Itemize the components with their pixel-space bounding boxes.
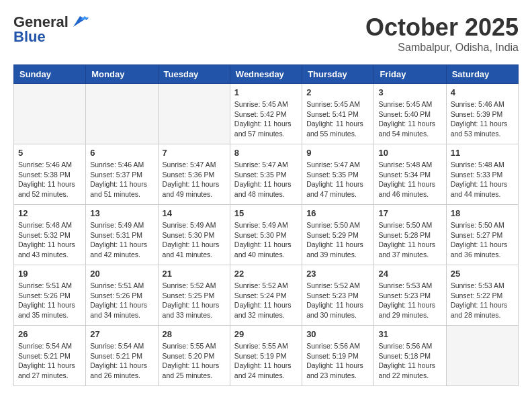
month-title: October 2025 bbox=[365, 13, 519, 42]
calendar-cell: 10Sunrise: 5:48 AMSunset: 5:34 PMDayligh… bbox=[374, 144, 446, 205]
weekday-header-thursday: Thursday bbox=[302, 65, 374, 84]
calendar-cell: 13Sunrise: 5:49 AMSunset: 5:31 PMDayligh… bbox=[86, 205, 158, 265]
calendar-cell: 8Sunrise: 5:47 AMSunset: 5:35 PMDaylight… bbox=[230, 144, 302, 205]
day-info: Sunrise: 5:45 AMSunset: 5:40 PMDaylight:… bbox=[378, 99, 441, 139]
day-number: 15 bbox=[234, 208, 298, 218]
day-number: 18 bbox=[451, 208, 514, 218]
day-number: 3 bbox=[378, 87, 441, 97]
day-number: 8 bbox=[234, 148, 298, 158]
calendar-cell: 2Sunrise: 5:45 AMSunset: 5:41 PMDaylight… bbox=[302, 84, 374, 144]
calendar-cell bbox=[14, 84, 86, 144]
day-number: 21 bbox=[163, 269, 226, 279]
day-number: 23 bbox=[306, 269, 369, 279]
day-number: 28 bbox=[163, 329, 226, 339]
day-number: 1 bbox=[234, 87, 298, 97]
day-info: Sunrise: 5:46 AMSunset: 5:39 PMDaylight:… bbox=[451, 99, 514, 139]
day-info: Sunrise: 5:53 AMSunset: 5:23 PMDaylight:… bbox=[378, 281, 441, 320]
weekday-header-friday: Friday bbox=[374, 65, 446, 84]
day-info: Sunrise: 5:49 AMSunset: 5:30 PMDaylight:… bbox=[163, 220, 226, 260]
day-info: Sunrise: 5:54 AMSunset: 5:21 PMDaylight:… bbox=[90, 341, 153, 381]
weekday-header-saturday: Saturday bbox=[446, 65, 518, 84]
day-info: Sunrise: 5:50 AMSunset: 5:28 PMDaylight:… bbox=[378, 220, 441, 260]
calendar-cell: 31Sunrise: 5:56 AMSunset: 5:18 PMDayligh… bbox=[374, 326, 446, 386]
calendar-cell: 17Sunrise: 5:50 AMSunset: 5:28 PMDayligh… bbox=[374, 205, 446, 265]
day-info: Sunrise: 5:56 AMSunset: 5:18 PMDaylight:… bbox=[378, 341, 441, 381]
day-info: Sunrise: 5:46 AMSunset: 5:38 PMDaylight:… bbox=[18, 160, 81, 199]
calendar-cell: 29Sunrise: 5:55 AMSunset: 5:19 PMDayligh… bbox=[230, 326, 302, 386]
day-info: Sunrise: 5:46 AMSunset: 5:37 PMDaylight:… bbox=[90, 160, 153, 199]
day-info: Sunrise: 5:52 AMSunset: 5:25 PMDaylight:… bbox=[163, 281, 226, 320]
day-number: 31 bbox=[378, 329, 441, 339]
calendar-cell: 14Sunrise: 5:49 AMSunset: 5:30 PMDayligh… bbox=[158, 205, 230, 265]
logo-blue: Blue bbox=[13, 28, 46, 46]
day-info: Sunrise: 5:47 AMSunset: 5:36 PMDaylight:… bbox=[163, 160, 226, 199]
day-number: 2 bbox=[306, 87, 369, 97]
logo-icon bbox=[70, 15, 90, 30]
day-info: Sunrise: 5:55 AMSunset: 5:20 PMDaylight:… bbox=[163, 341, 226, 381]
day-info: Sunrise: 5:48 AMSunset: 5:34 PMDaylight:… bbox=[378, 160, 441, 199]
day-info: Sunrise: 5:53 AMSunset: 5:22 PMDaylight:… bbox=[451, 281, 514, 320]
calendar-cell: 27Sunrise: 5:54 AMSunset: 5:21 PMDayligh… bbox=[86, 326, 158, 386]
day-info: Sunrise: 5:56 AMSunset: 5:19 PMDaylight:… bbox=[306, 341, 369, 381]
day-info: Sunrise: 5:45 AMSunset: 5:42 PMDaylight:… bbox=[234, 99, 298, 139]
title-area: October 2025 Sambalpur, Odisha, India bbox=[365, 13, 519, 54]
location-title: Sambalpur, Odisha, India bbox=[365, 42, 519, 54]
day-info: Sunrise: 5:51 AMSunset: 5:26 PMDaylight:… bbox=[90, 281, 153, 320]
day-number: 11 bbox=[451, 148, 514, 158]
day-number: 14 bbox=[163, 208, 226, 218]
calendar-cell: 30Sunrise: 5:56 AMSunset: 5:19 PMDayligh… bbox=[302, 326, 374, 386]
day-info: Sunrise: 5:45 AMSunset: 5:41 PMDaylight:… bbox=[306, 99, 369, 139]
weekday-header-sunday: Sunday bbox=[14, 65, 86, 84]
day-info: Sunrise: 5:49 AMSunset: 5:30 PMDaylight:… bbox=[234, 220, 298, 260]
logo: General Blue bbox=[13, 13, 90, 46]
calendar-cell: 25Sunrise: 5:53 AMSunset: 5:22 PMDayligh… bbox=[446, 265, 518, 326]
calendar-cell: 7Sunrise: 5:47 AMSunset: 5:36 PMDaylight… bbox=[158, 144, 230, 205]
calendar-cell: 19Sunrise: 5:51 AMSunset: 5:26 PMDayligh… bbox=[14, 265, 86, 326]
day-info: Sunrise: 5:54 AMSunset: 5:21 PMDaylight:… bbox=[18, 341, 81, 381]
weekday-header-tuesday: Tuesday bbox=[158, 65, 230, 84]
day-number: 17 bbox=[378, 208, 441, 218]
header: General Blue October 2025 Sambalpur, Odi… bbox=[13, 13, 519, 54]
calendar-cell bbox=[446, 326, 518, 386]
day-info: Sunrise: 5:47 AMSunset: 5:35 PMDaylight:… bbox=[306, 160, 369, 199]
day-number: 12 bbox=[18, 208, 81, 218]
day-number: 22 bbox=[234, 269, 298, 279]
weekday-header-monday: Monday bbox=[86, 65, 158, 84]
calendar: SundayMondayTuesdayWednesdayThursdayFrid… bbox=[13, 64, 519, 386]
day-info: Sunrise: 5:48 AMSunset: 5:32 PMDaylight:… bbox=[18, 220, 81, 260]
day-number: 5 bbox=[18, 148, 81, 158]
calendar-cell: 12Sunrise: 5:48 AMSunset: 5:32 PMDayligh… bbox=[14, 205, 86, 265]
calendar-week-row: 26Sunrise: 5:54 AMSunset: 5:21 PMDayligh… bbox=[14, 326, 519, 386]
day-number: 13 bbox=[90, 208, 153, 218]
calendar-cell: 16Sunrise: 5:50 AMSunset: 5:29 PMDayligh… bbox=[302, 205, 374, 265]
calendar-cell: 24Sunrise: 5:53 AMSunset: 5:23 PMDayligh… bbox=[374, 265, 446, 326]
calendar-cell bbox=[86, 84, 158, 144]
day-number: 26 bbox=[18, 329, 81, 339]
day-info: Sunrise: 5:51 AMSunset: 5:26 PMDaylight:… bbox=[18, 281, 81, 320]
calendar-cell: 9Sunrise: 5:47 AMSunset: 5:35 PMDaylight… bbox=[302, 144, 374, 205]
day-info: Sunrise: 5:55 AMSunset: 5:19 PMDaylight:… bbox=[234, 341, 298, 381]
calendar-cell: 1Sunrise: 5:45 AMSunset: 5:42 PMDaylight… bbox=[230, 84, 302, 144]
day-info: Sunrise: 5:50 AMSunset: 5:29 PMDaylight:… bbox=[306, 220, 369, 260]
day-info: Sunrise: 5:49 AMSunset: 5:31 PMDaylight:… bbox=[90, 220, 153, 260]
weekday-header-wednesday: Wednesday bbox=[230, 65, 302, 84]
calendar-cell: 21Sunrise: 5:52 AMSunset: 5:25 PMDayligh… bbox=[158, 265, 230, 326]
day-number: 30 bbox=[306, 329, 369, 339]
day-number: 20 bbox=[90, 269, 153, 279]
calendar-cell: 3Sunrise: 5:45 AMSunset: 5:40 PMDaylight… bbox=[374, 84, 446, 144]
day-number: 27 bbox=[90, 329, 153, 339]
day-info: Sunrise: 5:52 AMSunset: 5:23 PMDaylight:… bbox=[306, 281, 369, 320]
calendar-cell: 28Sunrise: 5:55 AMSunset: 5:20 PMDayligh… bbox=[158, 326, 230, 386]
day-number: 6 bbox=[90, 148, 153, 158]
calendar-cell: 18Sunrise: 5:50 AMSunset: 5:27 PMDayligh… bbox=[446, 205, 518, 265]
day-info: Sunrise: 5:48 AMSunset: 5:33 PMDaylight:… bbox=[451, 160, 514, 199]
weekday-header-row: SundayMondayTuesdayWednesdayThursdayFrid… bbox=[14, 65, 519, 84]
day-number: 29 bbox=[234, 329, 298, 339]
calendar-week-row: 19Sunrise: 5:51 AMSunset: 5:26 PMDayligh… bbox=[14, 265, 519, 326]
calendar-cell: 6Sunrise: 5:46 AMSunset: 5:37 PMDaylight… bbox=[86, 144, 158, 205]
day-number: 10 bbox=[378, 148, 441, 158]
calendar-cell: 20Sunrise: 5:51 AMSunset: 5:26 PMDayligh… bbox=[86, 265, 158, 326]
calendar-cell: 26Sunrise: 5:54 AMSunset: 5:21 PMDayligh… bbox=[14, 326, 86, 386]
calendar-week-row: 1Sunrise: 5:45 AMSunset: 5:42 PMDaylight… bbox=[14, 84, 519, 144]
calendar-cell: 4Sunrise: 5:46 AMSunset: 5:39 PMDaylight… bbox=[446, 84, 518, 144]
